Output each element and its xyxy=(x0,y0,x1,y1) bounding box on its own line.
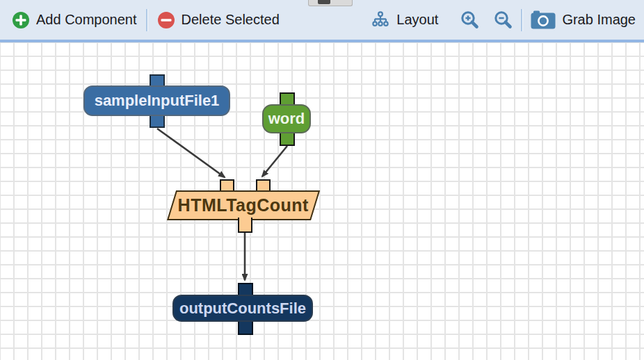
grab-image-button[interactable]: Grab Image xyxy=(531,10,636,29)
workflow-editor-window: Add Component Delete Selected Layout xyxy=(0,0,644,360)
node-label: word xyxy=(268,110,305,128)
workflow-canvas[interactable]: sampleInputFile1 word HTMLTagCount outpu… xyxy=(0,42,644,360)
node-HTMLTagCount[interactable]: HTMLTagCount xyxy=(167,190,320,220)
delete-selected-label: Delete Selected xyxy=(182,12,280,28)
node-label: sampleInputFile1 xyxy=(95,92,220,110)
node-sampleInputFile1[interactable]: sampleInputFile1 xyxy=(83,85,230,116)
zoom-out-button[interactable] xyxy=(492,10,513,31)
zoom-in-button[interactable] xyxy=(459,10,480,31)
edge-word-to-HTMLTagCount[interactable] xyxy=(262,146,287,177)
zoom-in-icon xyxy=(459,10,480,31)
zoom-out-icon xyxy=(492,10,513,31)
org-tree-icon xyxy=(371,10,390,30)
toolbar-separator xyxy=(146,9,148,31)
node-label: outputCountsFile xyxy=(179,300,306,318)
node-outputCountsFile[interactable]: outputCountsFile xyxy=(172,295,313,322)
layout-button[interactable]: Layout xyxy=(371,10,438,30)
minus-circle-icon xyxy=(157,11,175,29)
plus-circle-icon xyxy=(12,11,30,29)
toolbar-separator xyxy=(521,9,523,31)
delete-selected-button[interactable]: Delete Selected xyxy=(157,11,280,29)
node-label: HTMLTagCount xyxy=(178,195,309,215)
window-fragment xyxy=(308,0,353,6)
grab-image-label: Grab Image xyxy=(562,12,636,28)
camera-icon xyxy=(531,10,556,29)
port-HTMLTagCount-output[interactable] xyxy=(238,218,252,233)
edge-sampleInputFile1-to-HTMLTagCount[interactable] xyxy=(157,129,225,177)
node-word[interactable]: word xyxy=(262,104,311,133)
add-component-button[interactable]: Add Component xyxy=(12,11,137,29)
add-component-label: Add Component xyxy=(36,12,137,28)
layout-label: Layout xyxy=(396,12,438,28)
window-fragment-notch xyxy=(318,0,330,4)
